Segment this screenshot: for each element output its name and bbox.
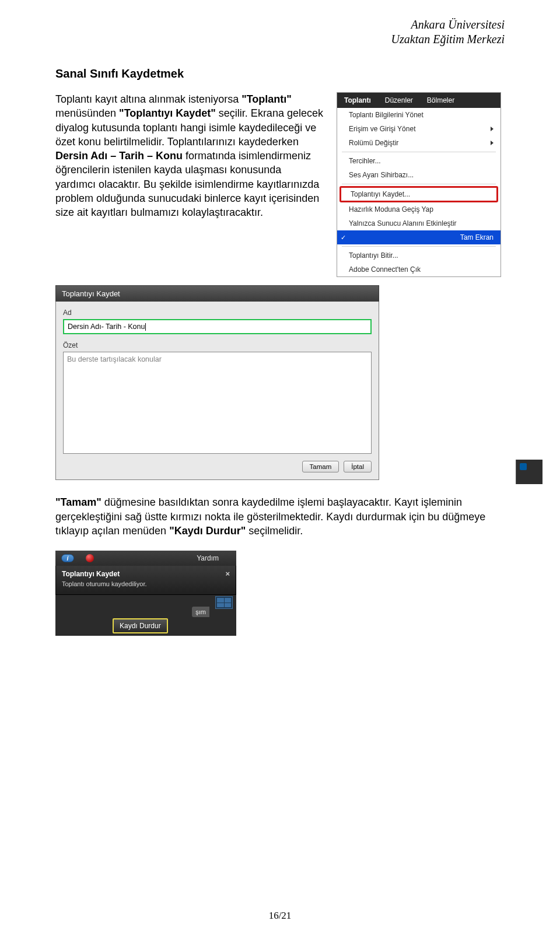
p1-bold-format: Dersin Adı – Tarih – Konu — [55, 150, 183, 162]
rec-toolbar: i Yardım — [55, 551, 236, 566]
stop-recording-button[interactable]: Kaydı Durdur — [113, 618, 168, 633]
p2-bold-durdur: "Kaydı Durdur" — [169, 525, 246, 537]
menu-item-erisim[interactable]: Erişim ve Girişi Yönet — [337, 122, 501, 136]
partial-label: şım — [192, 607, 209, 617]
menu-separator — [342, 184, 496, 184]
input-ad[interactable]: Dersin Adı- Tarih - Konu — [63, 319, 372, 334]
check-icon: ✓ — [341, 234, 346, 241]
p1-text-c: menüsünden — [55, 107, 119, 119]
rec-lower: şım Kaydı Durdur — [55, 595, 236, 636]
menu-item-ses[interactable]: Ses Ayarı Sihirbazı... — [337, 168, 501, 182]
chevron-right-icon — [491, 127, 494, 131]
p1-bold-menu: "Toplantı" — [242, 93, 292, 105]
p1-bold-save: "Toplantıyı Kaydet" — [119, 107, 216, 119]
tooltip-subtitle: Toplantı oturumu kaydediliyor. — [62, 580, 230, 587]
background-window-edge — [516, 460, 542, 484]
document-header: Ankara Üniversitesi Uzaktan Eğitim Merke… — [391, 17, 505, 47]
menu-item-tercihler[interactable]: Tercihler... — [337, 154, 501, 168]
menu-item-tamekran[interactable]: ✓Tam Ekran — [337, 230, 501, 244]
dialog-buttons: Tamam İptal — [63, 461, 372, 472]
paragraph-1: Toplantı kayıt altına alınmak isteniyors… — [55, 92, 324, 220]
record-indicator-icon[interactable] — [86, 554, 94, 562]
tab-bolmeler[interactable]: Bölmeler — [420, 93, 461, 108]
paragraph-2: "Tamam" düğmesine basıldıktan sonra kayd… — [55, 495, 505, 538]
label-ad: Ad — [63, 309, 372, 317]
tooltip-title-row: Toplantıyı Kaydet × — [62, 569, 230, 578]
menu-item-rolumu[interactable]: Rolümü Değiştir — [337, 136, 501, 150]
dialog-body: Ad Dersin Adı- Tarih - Konu Özet Bu ders… — [55, 302, 379, 480]
info-icon[interactable]: i — [61, 554, 74, 562]
save-dialog-screenshot: Toplantıyı Kaydet Ad Dersin Adı- Tarih -… — [55, 285, 379, 480]
menu-item-sunucu[interactable]: Yalnızca Sunucu Alanını Etkinleştir — [337, 216, 501, 230]
menu-body: Toplantı Bilgilerini Yönet Erişim ve Gir… — [337, 108, 501, 276]
menu-item-bitir[interactable]: Toplantıyı Bitir... — [337, 248, 501, 262]
menu-item-highlight: Toplantıyı Kaydet... — [340, 186, 498, 202]
section-title: Sanal Sınıfı Kaydetmek — [55, 67, 505, 80]
header-line2: Uzaktan Eğitim Merkezi — [391, 32, 505, 47]
menu-item-hazirlik[interactable]: Hazırlık Moduna Geçiş Yap — [337, 202, 501, 216]
help-menu[interactable]: Yardım — [197, 554, 219, 562]
dialog-titlebar: Toplantıyı Kaydet — [55, 285, 379, 302]
rec-tooltip: Toplantıyı Kaydet × Toplantı oturumu kay… — [55, 566, 236, 595]
page-number: 16/21 — [0, 910, 560, 922]
layout-icon[interactable] — [215, 596, 233, 609]
ok-button[interactable]: Tamam — [302, 461, 340, 472]
cancel-button[interactable]: İptal — [344, 461, 372, 472]
menu-tabs: Toplantı Düzenler Bölmeler — [337, 93, 501, 108]
close-icon[interactable]: × — [225, 569, 230, 578]
menu-item-cik[interactable]: Adobe Connect'ten Çık — [337, 262, 501, 276]
menu-separator — [342, 152, 496, 152]
menu-separator — [342, 246, 496, 247]
label-ozet: Özet — [63, 341, 372, 349]
menu-item-bilgi[interactable]: Toplantı Bilgilerini Yönet — [337, 108, 501, 122]
p1-text-a: Toplantı kayıt altına alınmak isteniyors… — [55, 93, 242, 105]
p2-text-d: seçilmelidir. — [246, 525, 303, 537]
chevron-right-icon — [491, 141, 494, 145]
recording-screenshot: i Yardım Toplantıyı Kaydet × Toplantı ot… — [55, 551, 236, 636]
textarea-ozet[interactable]: Bu derste tartışılacak konular — [63, 352, 372, 454]
menu-screenshot: Toplantı Düzenler Bölmeler Toplantı Bilg… — [337, 92, 501, 277]
tab-duzenler[interactable]: Düzenler — [378, 93, 420, 108]
p2-bold-tamam: "Tamam" — [55, 496, 102, 508]
menu-item-kaydet[interactable]: Toplantıyı Kaydet... — [341, 188, 496, 201]
text-cursor-icon — [145, 323, 146, 331]
content-row: Toplantı kayıt altına alınmak isteniyors… — [55, 92, 505, 277]
tooltip-title: Toplantıyı Kaydet — [62, 570, 120, 578]
header-line1: Ankara Üniversitesi — [391, 17, 505, 32]
tab-toplanti[interactable]: Toplantı — [337, 93, 378, 108]
